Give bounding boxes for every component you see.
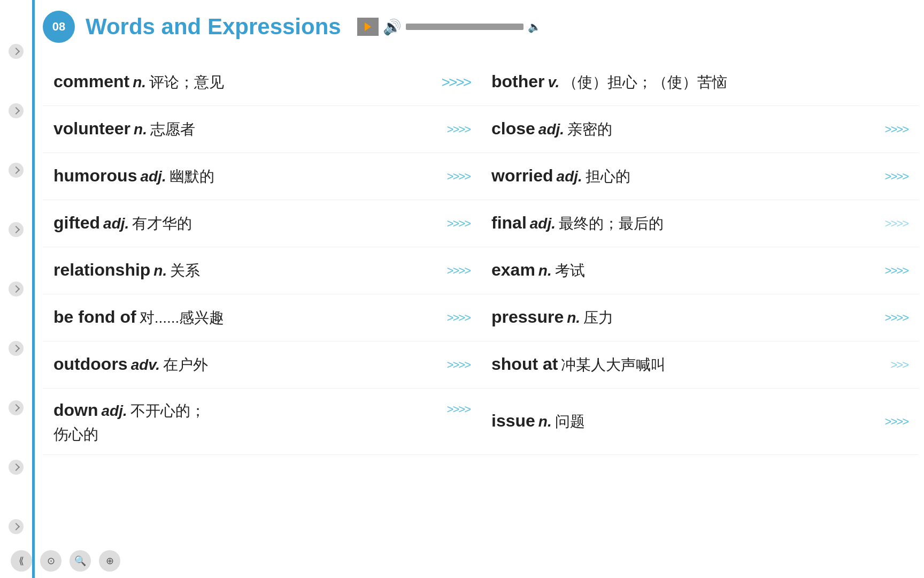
word-row: final adj. 最终的；最后的 >>>> <box>481 200 919 247</box>
word-close: close <box>491 119 535 139</box>
play-button[interactable] <box>357 18 379 36</box>
word-volunteer: volunteer <box>53 119 130 139</box>
def-close: 亲密的 <box>567 119 612 140</box>
section-number: 08 <box>43 11 75 43</box>
nav-dot-1[interactable] <box>9 44 24 59</box>
toolbar-btn-plus[interactable]: ⊕ <box>99 550 120 572</box>
pos-close: adj. <box>538 121 564 138</box>
arrow-btn-comment[interactable]: >>>> <box>442 74 470 91</box>
word-issue: issue <box>491 411 535 431</box>
arrow-btn-relationship[interactable]: >>>> <box>447 264 470 278</box>
toolbar-btn-zoom[interactable]: 🔍 <box>70 550 91 572</box>
nav-dot-7[interactable] <box>9 400 24 415</box>
pos-down: adj. <box>102 402 127 420</box>
nav-dot-5[interactable] <box>9 282 24 296</box>
word-entry: issue n. 问题 <box>491 411 885 432</box>
word-row: pressure n. 压力 >>>> <box>481 294 919 341</box>
def-bother: （使）担心；（使）苦恼 <box>563 72 727 93</box>
word-row: worried adj. 担心的 >>>> <box>481 153 919 200</box>
word-entry: bother v. （使）担心；（使）苦恼 <box>491 72 908 93</box>
pos-issue: n. <box>538 413 552 430</box>
word-worried: worried <box>491 166 553 186</box>
arrow-btn-down[interactable]: >>>> <box>447 402 470 416</box>
arrow-btn-volunteer[interactable]: >>>> <box>447 123 470 136</box>
word-entry: humorous adj. 幽默的 <box>53 166 447 187</box>
word-row: relationship n. 关系 >>>> <box>43 247 481 294</box>
nav-dot-3[interactable] <box>9 163 24 178</box>
word-exam: exam <box>491 260 535 280</box>
def-final: 最终的；最后的 <box>559 214 664 234</box>
toolbar-btn-back[interactable]: ⟪ <box>11 550 32 572</box>
arrow-btn-final[interactable]: >>>> <box>885 217 908 231</box>
arrow-btn-close[interactable]: >>>> <box>885 123 908 136</box>
word-entry: shout at 冲某人大声喊叫 <box>491 354 890 375</box>
pos-pressure: n. <box>567 309 580 326</box>
word-row: issue n. 问题 >>>> <box>481 389 919 455</box>
arrow-btn-outdoors[interactable]: >>>> <box>447 358 470 372</box>
arrow-btn-worried[interactable]: >>>> <box>885 170 908 184</box>
word-entry: final adj. 最终的；最后的 <box>491 213 885 234</box>
def-shoutat: 冲某人大声喊叫 <box>561 355 666 375</box>
audio-player: 🔊 🔈 <box>357 18 541 36</box>
word-outdoors: outdoors <box>53 354 128 374</box>
arrow-btn-gifted[interactable]: >>>> <box>447 217 470 231</box>
def-relationship: 关系 <box>170 261 200 281</box>
arrow-btn-pressure[interactable]: >>>> <box>885 311 908 325</box>
def-exam: 考试 <box>555 261 585 281</box>
pos-worried: adj. <box>557 168 582 185</box>
word-entry: comment n. 评论；意见 <box>53 72 442 93</box>
word-bother: bother <box>491 72 545 92</box>
speaker-icon: 🔊 <box>383 18 402 36</box>
pos-comment: n. <box>133 74 146 91</box>
pos-bother: v. <box>548 74 560 91</box>
bottom-toolbar: ⟪ ⊙ 🔍 ⊕ <box>0 546 924 575</box>
header: 08 Words and Expressions 🔊 🔈 <box>43 11 913 43</box>
arrow-btn-humorous[interactable]: >>>> <box>447 170 470 184</box>
word-entry: volunteer n. 志愿者 <box>53 119 447 140</box>
def-worried: 担心的 <box>586 166 630 187</box>
def-issue: 问题 <box>555 412 585 432</box>
word-row: gifted adj. 有才华的 >>>> <box>43 200 481 247</box>
arrow-btn-shoutat[interactable]: >>> <box>890 358 908 372</box>
pos-outdoors: adv. <box>131 356 160 374</box>
arrow-btn-issue[interactable]: >>>> <box>885 415 908 429</box>
word-entry: pressure n. 压力 <box>491 307 885 328</box>
word-humorous: humorous <box>53 166 137 186</box>
arrow-btn-exam[interactable]: >>>> <box>885 264 908 278</box>
word-entry: relationship n. 关系 <box>53 260 447 281</box>
word-befondof: be fond of <box>53 307 136 327</box>
word-row: comment n. 评论；意见 >>>> <box>43 59 481 106</box>
word-row: outdoors adv. 在户外 >>>> <box>43 341 481 389</box>
def-comment: 评论；意见 <box>149 72 224 93</box>
pos-exam: n. <box>538 262 552 279</box>
progress-bar[interactable] <box>406 24 523 30</box>
nav-dot-2[interactable] <box>9 103 24 118</box>
nav-dot-9[interactable] <box>9 519 24 534</box>
def-humorous: 幽默的 <box>170 166 214 187</box>
word-entry: down adj. 不开心的； 伤心的 <box>53 400 447 445</box>
def-down-line2: 伤心的 <box>53 424 447 445</box>
word-shoutat: shout at <box>491 354 558 374</box>
word-entry: outdoors adv. 在户外 <box>53 354 447 375</box>
word-entry: gifted adj. 有才华的 <box>53 213 447 234</box>
word-row: be fond of 对......感兴趣 >>>> <box>43 294 481 341</box>
word-entry: worried adj. 担心的 <box>491 166 885 187</box>
pos-humorous: adj. <box>140 168 166 185</box>
words-grid: comment n. 评论；意见 >>>> bother v. （使）担心；（使… <box>43 59 919 455</box>
pos-volunteer: n. <box>134 121 147 138</box>
word-row: shout at 冲某人大声喊叫 >>> <box>481 341 919 389</box>
word-row: close adj. 亲密的 >>>> <box>481 106 919 153</box>
word-row: humorous adj. 幽默的 >>>> <box>43 153 481 200</box>
toolbar-btn-target[interactable]: ⊙ <box>40 550 61 572</box>
def-gifted: 有才华的 <box>132 214 192 234</box>
word-entry: exam n. 考试 <box>491 260 885 281</box>
nav-dot-4[interactable] <box>9 222 24 237</box>
nav-dot-6[interactable] <box>9 341 24 356</box>
def-befondof: 对......感兴趣 <box>140 308 225 328</box>
nav-dot-8[interactable] <box>9 460 24 475</box>
arrow-btn-befondof[interactable]: >>>> <box>447 311 470 325</box>
pos-relationship: n. <box>153 262 167 279</box>
word-row: bother v. （使）担心；（使）苦恼 <box>481 59 919 106</box>
content: comment n. 评论；意见 >>>> bother v. （使）担心；（使… <box>43 59 919 546</box>
def-pressure: 压力 <box>583 308 613 328</box>
